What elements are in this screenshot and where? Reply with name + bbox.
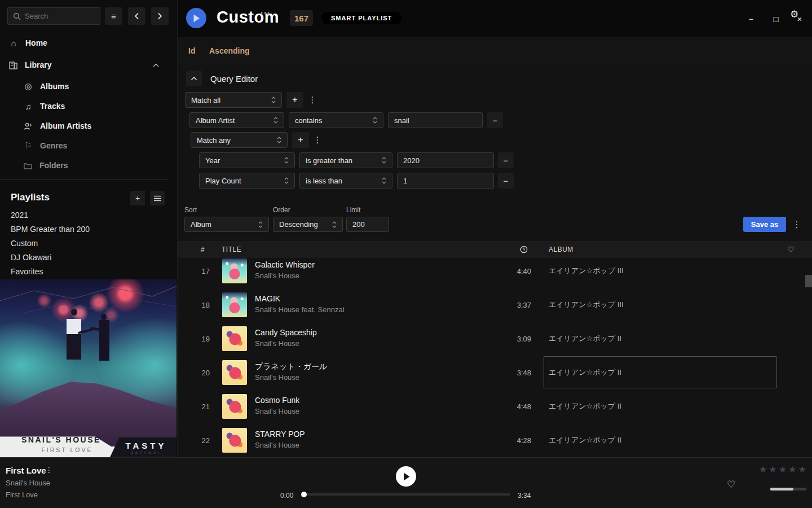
now-playing-menu-button[interactable]: ⋮ — [45, 465, 53, 474]
query-editor-collapse-button[interactable] — [186, 71, 202, 86]
order-label: Order — [273, 206, 290, 214]
maximize-button[interactable]: □ — [770, 12, 782, 25]
rule2-value-field[interactable] — [403, 156, 488, 165]
table-row[interactable]: 21 Cosmo Funk Snail's House 4:48 エイリアン☆ポ… — [178, 389, 812, 423]
menu-button[interactable]: ≡ — [105, 7, 122, 25]
playlist-options-button[interactable] — [150, 191, 165, 205]
now-playing-artist[interactable]: Snail's House — [6, 479, 50, 487]
save-as-button[interactable]: Save as — [743, 217, 786, 232]
rule1-operator-select[interactable]: contains — [289, 112, 383, 128]
track-title[interactable]: Galactic Whisper — [255, 260, 315, 269]
search-box[interactable] — [7, 7, 100, 25]
sort-field-button[interactable]: Id — [188, 46, 195, 55]
group2-menu-button[interactable]: ⋮ — [312, 132, 323, 148]
track-album[interactable]: エイリアン☆ポップ II — [549, 389, 621, 423]
now-playing-title[interactable]: First Love — [6, 466, 46, 475]
column-title[interactable]: TITLE — [222, 246, 241, 253]
sidebar-item-albums[interactable]: ◎ Albums — [24, 79, 165, 94]
sidebar-item-tracks[interactable]: ♫ Tracks — [24, 99, 165, 113]
favorite-column-heart-icon[interactable]: ♡ — [787, 245, 795, 254]
rule3-operator-select[interactable]: is less than — [299, 173, 392, 189]
playlist-item-custom[interactable]: Custom — [11, 239, 163, 251]
track-artist[interactable]: Snail's House — [255, 271, 299, 280]
track-album[interactable]: エイリアン☆ポップ III — [549, 288, 624, 322]
rule2-remove-button[interactable]: − — [498, 152, 514, 168]
limit-input[interactable] — [346, 217, 389, 232]
seek-bar[interactable] — [302, 493, 510, 496]
sort-order-button[interactable]: Ascending — [209, 46, 250, 55]
forward-button[interactable] — [151, 7, 169, 25]
group1-menu-button[interactable]: ⋮ — [307, 92, 317, 108]
back-button[interactable] — [128, 7, 145, 25]
now-playing-album[interactable]: First Love — [6, 491, 38, 499]
rule3-value-input[interactable] — [397, 173, 494, 189]
rule3-field-select[interactable]: Play Count — [199, 173, 295, 189]
favorite-heart-icon[interactable]: ♡ — [727, 479, 735, 491]
sidebar-item-folders[interactable]: Folders — [24, 158, 165, 173]
track-title[interactable]: STARRY POP — [255, 430, 305, 439]
seek-knob[interactable] — [301, 492, 307, 497]
track-artist[interactable]: Snail's House — [255, 441, 299, 449]
rule1-remove-button[interactable]: − — [487, 112, 503, 128]
track-artist[interactable]: Snail's House — [255, 407, 299, 415]
table-row[interactable]: 22 STARRY POP Snail's House 4:28 エイリアン☆ポ… — [178, 423, 812, 457]
rule2-value-input[interactable] — [397, 152, 494, 168]
match-select2-value: Match any — [197, 136, 231, 144]
minimize-button[interactable]: − — [745, 12, 757, 25]
track-album[interactable]: エイリアン☆ポップ III — [549, 258, 624, 288]
table-row-focused[interactable]: 20 プラネット・ガール Snail's House 3:48 エイリアン☆ポッ… — [178, 356, 812, 389]
table-row[interactable]: 18 MAGIK Snail's House feat. Sennzai 3:3… — [178, 288, 812, 322]
match-select-group1[interactable]: Match all — [185, 92, 282, 108]
column-album[interactable]: ALBUM — [549, 246, 573, 253]
track-title[interactable]: Cosmo Funk — [255, 396, 299, 405]
track-album[interactable]: エイリアン☆ポップ II — [549, 423, 621, 457]
settings-gear-icon[interactable]: ⚙ — [790, 8, 798, 20]
rule2-field-select[interactable]: Year — [199, 152, 295, 168]
add-playlist-button[interactable]: + — [130, 191, 145, 205]
sidebar-item-home[interactable]: ⌂ Home — [0, 35, 169, 51]
play-playlist-button[interactable] — [186, 8, 206, 28]
sidebar-item-album-artists[interactable]: Album Artists — [24, 119, 165, 133]
sort-select[interactable]: Album — [184, 217, 269, 232]
volume-slider[interactable] — [770, 488, 806, 491]
rule1-field-select[interactable]: Album Artist — [189, 112, 284, 128]
track-album[interactable]: エイリアン☆ポップ II — [549, 322, 621, 356]
add-rule-button-group1[interactable]: + — [286, 92, 303, 108]
track-title[interactable]: Candy Spaceship — [255, 328, 317, 337]
table-row[interactable]: 17 Galactic Whisper Snail's House 4:40 エ… — [178, 258, 812, 288]
now-playing-artwork[interactable]: SNAIL'S HOUSE FIRST LOVE TASTY ƎSTAMXI — [0, 279, 176, 457]
save-menu-button[interactable]: ⋮ — [792, 217, 802, 232]
playlist-item-2021[interactable]: 2021 — [11, 211, 163, 223]
rule2-operator-select[interactable]: is greater than — [299, 152, 392, 168]
rule3-remove-button[interactable]: − — [498, 173, 514, 189]
table-row[interactable]: 19 Candy Spaceship Snail's House 3:09 エイ… — [178, 322, 812, 356]
rating-stars[interactable]: ★★★★★ — [759, 464, 808, 475]
chevron-up-icon — [191, 76, 197, 81]
limit-field[interactable] — [352, 220, 383, 229]
rule1-value-field[interactable] — [394, 116, 476, 125]
collapse-chevron-icon[interactable] — [153, 63, 159, 67]
add-rule-button-group2[interactable]: + — [292, 132, 309, 148]
track-artist[interactable]: Snail's House — [255, 339, 299, 348]
duration-clock-icon[interactable] — [520, 246, 528, 253]
rule3-value-field[interactable] — [403, 177, 488, 185]
column-index[interactable]: # — [201, 246, 205, 253]
track-artist[interactable]: Snail's House — [255, 373, 299, 382]
track-album[interactable]: エイリアン☆ポップ II — [549, 356, 621, 389]
order-select[interactable]: Descending — [273, 217, 343, 232]
playlist-item-favorites[interactable]: Favorites — [11, 267, 163, 279]
vertical-scrollbar-thumb[interactable] — [805, 275, 812, 287]
toolbar-more-button[interactable]: ··· — [261, 8, 271, 17]
track-title[interactable]: プラネット・ガール — [255, 362, 327, 372]
play-pause-button[interactable] — [396, 466, 416, 487]
sidebar-item-genres[interactable]: ⚐ Genres — [24, 138, 165, 153]
search-input[interactable] — [25, 12, 87, 20]
playlist-item-bpm[interactable]: BPM Greater than 200 — [11, 225, 163, 237]
track-artist[interactable]: Snail's House feat. Sennzai — [255, 305, 345, 314]
match-select-group2[interactable]: Match any — [191, 132, 288, 148]
figure-left-silhouette — [67, 316, 81, 360]
rule1-value-input[interactable] — [388, 112, 483, 128]
track-title[interactable]: MAGIK — [255, 294, 280, 303]
sidebar-item-library[interactable]: Library — [0, 57, 169, 73]
playlist-item-dj-okawari[interactable]: DJ Okawari — [11, 253, 163, 265]
